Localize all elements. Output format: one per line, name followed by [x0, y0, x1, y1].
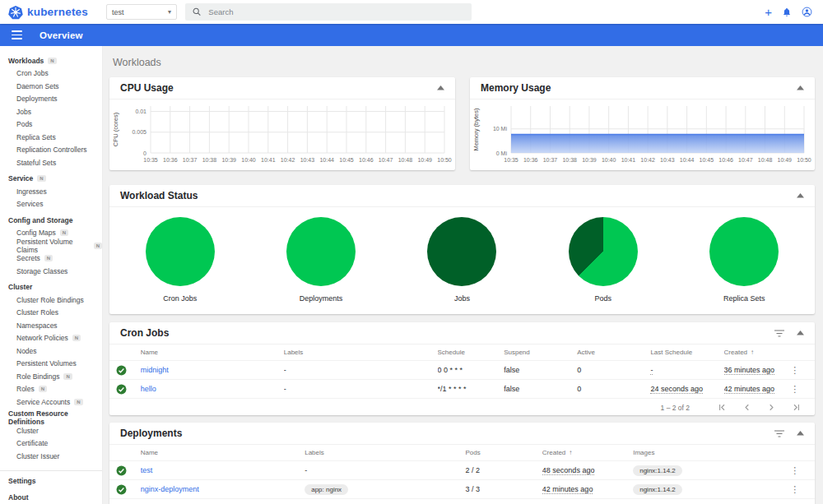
row-cell-time: 42 minutes ago — [542, 485, 633, 494]
kebab-menu-icon[interactable]: ⋮ — [790, 484, 799, 495]
sidebar-group-custom-resource-definitions[interactable]: Custom Resource Definitions — [0, 412, 102, 425]
cron-jobs-card-title: Cron Jobs — [120, 327, 169, 339]
workload-status-card-title: Workload Status — [120, 190, 198, 201]
svg-text:10:46: 10:46 — [718, 157, 733, 163]
filter-list-icon[interactable] — [774, 430, 784, 437]
sidebar-item-about[interactable]: About — [0, 491, 102, 504]
kubernetes-logo[interactable]: kubernetes — [8, 5, 100, 20]
column-header-labels[interactable]: Labels — [305, 449, 465, 456]
sidebar-item-namespaces[interactable]: Namespaces — [0, 319, 102, 332]
search-bar[interactable] — [185, 3, 472, 21]
svg-text:10:39: 10:39 — [582, 157, 597, 163]
resource-link[interactable]: nginx-deployment — [141, 485, 199, 493]
pie-chart-label: Replica Sets — [723, 294, 765, 303]
create-resource-button[interactable]: + — [765, 6, 772, 18]
namespace-selector[interactable]: test ▾ — [106, 4, 177, 20]
svg-text:10:43: 10:43 — [300, 157, 315, 163]
search-input[interactable] — [208, 7, 464, 16]
svg-text:10:50: 10:50 — [437, 157, 452, 163]
column-label: Pods — [465, 449, 480, 456]
sidebar-group-workloads[interactable]: WorkloadsN — [0, 54, 102, 67]
pie-chart — [569, 217, 638, 286]
sidebar-item-cluster-issuer[interactable]: Cluster Issuer — [0, 450, 102, 463]
column-header-last-schedule[interactable]: Last Schedule — [650, 349, 723, 356]
svg-text:10:48: 10:48 — [758, 157, 773, 163]
sidebar-item-nodes[interactable]: Nodes — [0, 344, 102, 358]
sidebar-item-secrets[interactable]: SecretsN — [0, 252, 102, 266]
svg-text:CPU (cores): CPU (cores) — [112, 112, 119, 146]
sidebar-item-deployments[interactable]: Deployments — [0, 93, 102, 106]
top-app-bar: kubernetes test ▾ + — [0, 0, 823, 24]
sidebar-item-stateful-sets[interactable]: Stateful Sets — [0, 156, 102, 169]
column-header-active[interactable]: Active — [577, 349, 650, 356]
cell-text: 0 0 * * * — [438, 366, 463, 374]
svg-text:10:38: 10:38 — [562, 157, 577, 163]
sidebar-group-cluster[interactable]: Cluster — [0, 281, 102, 294]
row-cell: 2 / 2 — [465, 466, 542, 474]
row-cell: 0 — [577, 366, 650, 374]
row-cell: 3 / 3 — [465, 485, 542, 493]
workload-pie-jobs: Jobs — [427, 217, 496, 303]
sidebar-group-label: Custom Resource Definitions — [8, 409, 102, 426]
sidebar-item-role-bindings[interactable]: Role BindingsN — [0, 370, 102, 383]
resource-link[interactable]: hello — [141, 385, 156, 393]
sidebar-item-services[interactable]: Services — [0, 198, 102, 211]
collapse-up-icon[interactable] — [797, 193, 804, 198]
memory-usage-chart: 10:3510:3610:3710:3810:3910:4010:4110:42… — [470, 99, 815, 169]
sidebar-item-cluster-roles[interactable]: Cluster Roles — [0, 307, 102, 320]
row-cell-chip: nginx:1.14.2 — [633, 484, 790, 495]
sidebar-item-label: Settings — [8, 477, 36, 485]
last-page-icon[interactable] — [783, 402, 808, 413]
kebab-menu-icon[interactable]: ⋮ — [790, 384, 799, 395]
account-button[interactable] — [802, 7, 812, 17]
column-header-created[interactable]: Created↑ — [724, 349, 791, 356]
column-header-pods[interactable]: Pods — [465, 449, 542, 456]
sidebar-item-certificate[interactable]: Certificate — [0, 437, 102, 451]
sidebar-item-replication-controllers[interactable]: Replication Controllers — [0, 144, 102, 157]
collapse-up-icon[interactable] — [797, 431, 804, 436]
sidebar-item-ingresses[interactable]: Ingresses — [0, 185, 102, 198]
sidebar-item-persistent-volumes[interactable]: Persistent Volumes — [0, 358, 102, 371]
sidebar-item-pods[interactable]: Pods — [0, 118, 102, 132]
sidebar-item-storage-classes[interactable]: Storage Classes — [0, 265, 102, 278]
sidebar-item-cluster[interactable]: Cluster — [0, 424, 102, 437]
first-page-icon[interactable] — [709, 402, 734, 413]
sidebar-item-cluster-role-bindings[interactable]: Cluster Role Bindings — [0, 294, 102, 307]
collapse-up-icon[interactable] — [797, 86, 804, 90]
table-row: test-2 / 248 seconds agonginx:1.14.2⋮ — [109, 461, 815, 480]
sidebar-item-label: Cluster — [16, 427, 39, 435]
workload-status-card: Workload Status Cron JobsDeploymentsJobs… — [109, 185, 815, 314]
resource-link[interactable]: test — [141, 466, 153, 474]
sidebar-item-cron-jobs[interactable]: Cron Jobs — [0, 67, 102, 81]
kebab-menu-icon[interactable]: ⋮ — [790, 365, 799, 376]
sidebar-group-service[interactable]: ServiceN — [0, 173, 102, 186]
sidebar-item-label: Persistent Volumes — [16, 359, 77, 368]
label-chip: app: nginx — [305, 484, 348, 495]
column-header-name[interactable]: Name — [141, 349, 284, 356]
column-header-suspend[interactable]: Suspend — [504, 349, 577, 356]
sidebar-item-roles[interactable]: RolesN — [0, 383, 102, 396]
column-header-created[interactable]: Created↑ — [542, 449, 633, 456]
sidebar-item-network-policies[interactable]: Network PoliciesN — [0, 332, 102, 345]
filter-list-icon[interactable] — [774, 330, 784, 337]
column-header-labels[interactable]: Labels — [284, 349, 438, 356]
sidebar-group-config-and-storage[interactable]: Config and Storage — [0, 214, 102, 227]
sidebar-item-persistent-volume-claims[interactable]: Persistent Volume ClaimsN — [0, 239, 102, 252]
collapse-up-icon[interactable] — [437, 86, 444, 90]
sidebar-item-service-accounts[interactable]: Service AccountsN — [0, 395, 102, 409]
column-header-images[interactable]: Images — [633, 449, 790, 456]
resource-link[interactable]: midnight — [141, 366, 169, 374]
sidebar-item-label: Namespaces — [16, 321, 58, 330]
menu-icon[interactable] — [12, 30, 22, 39]
sidebar-item-jobs[interactable]: Jobs — [0, 105, 102, 118]
next-page-icon[interactable] — [759, 402, 783, 413]
sidebar-item-settings[interactable]: Settings — [0, 475, 102, 488]
sidebar-item-daemon-sets[interactable]: Daemon Sets — [0, 80, 102, 93]
column-header-schedule[interactable]: Schedule — [438, 349, 504, 356]
previous-page-icon[interactable] — [734, 402, 759, 413]
notifications-button[interactable] — [782, 7, 792, 17]
collapse-up-icon[interactable] — [797, 331, 804, 335]
column-header-name[interactable]: Name — [141, 449, 305, 456]
kebab-menu-icon[interactable]: ⋮ — [790, 465, 799, 476]
sidebar-item-replica-sets[interactable]: Replica Sets — [0, 131, 102, 144]
